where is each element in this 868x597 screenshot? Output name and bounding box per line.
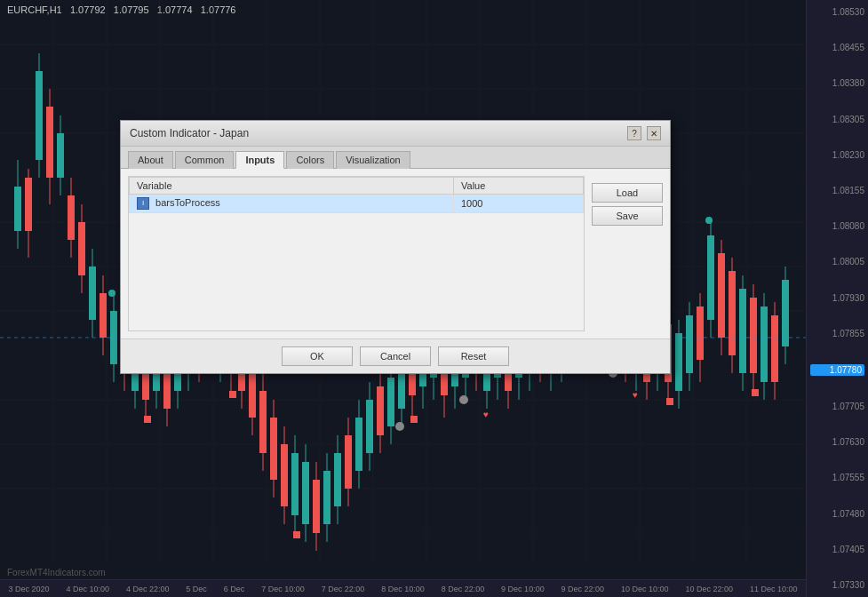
svg-rect-88 [313,480,320,533]
price-level-11: 1.07705 [810,402,864,411]
time-label-13: 10 Dec 22:00 [686,585,734,593]
dialog-help-button[interactable]: ? [627,126,641,140]
tab-about[interactable]: About [128,151,173,169]
inputs-table: Variable Value I barsToProcess 1000 [129,177,584,213]
ok-button[interactable]: OK [282,346,353,366]
tab-visualization[interactable]: Visualization [336,151,410,169]
svg-rect-35 [57,133,64,178]
svg-rect-81 [281,444,288,506]
svg-rect-187 [771,315,778,382]
svg-text:♥: ♥ [633,390,638,400]
svg-rect-41 [89,267,96,320]
svg-rect-180 [739,289,746,373]
time-label-3: 4 Dec 22:00 [126,585,170,593]
time-axis: 3 Dec 2020 4 Dec 10:00 4 Dec 22:00 5 Dec… [0,579,806,597]
table-row[interactable]: I barsToProcess 1000 [130,195,584,213]
svg-rect-71 [229,391,236,398]
svg-rect-171 [697,306,704,360]
time-label-12: 10 Dec 10:00 [621,585,669,593]
time-label-2: 4 Dec 10:00 [66,585,109,593]
svg-rect-83 [291,453,299,515]
svg-text:♥: ♥ [483,410,489,419]
reset-button[interactable]: Reset [438,346,509,366]
svg-rect-86 [302,462,309,524]
dialog-close-button[interactable]: ✕ [647,126,661,140]
price-level-1: 1.08530 [810,7,864,17]
svg-rect-183 [752,389,759,396]
time-label-7: 7 Dec 22:00 [322,585,365,593]
dialog-footer: OK Cancel Reset [121,338,670,373]
price-level-13: 1.07555 [810,473,864,482]
svg-rect-92 [334,453,341,506]
table-container: Variable Value I barsToProcess 1000 [128,176,585,331]
save-button[interactable]: Save [592,206,663,226]
time-label-14: 11 Dec 10:00 [750,585,798,593]
svg-rect-165 [666,398,673,405]
svg-rect-39 [78,222,85,275]
svg-rect-90 [323,471,330,524]
svg-rect-98 [366,400,373,453]
svg-point-106 [395,422,404,431]
svg-rect-94 [345,435,352,489]
price-level-6: 1.08155 [810,186,864,195]
load-button[interactable]: Load [592,183,663,203]
svg-rect-185 [760,306,768,382]
price-level-10: 1.07855 [810,329,864,338]
inputs-table-wrapper[interactable]: Variable Value I barsToProcess 1000 [128,176,585,331]
price-level-7: 1.08080 [810,221,864,231]
svg-rect-96 [355,418,362,471]
inputs-section: Variable Value I barsToProcess 1000 [128,176,663,331]
svg-point-174 [705,217,713,224]
svg-rect-189 [782,280,789,346]
price-level-15: 1.07405 [810,545,864,554]
svg-rect-169 [686,315,693,373]
watermark: ForexMT4Indicators.com [7,568,106,577]
svg-rect-84 [293,531,300,538]
tab-common[interactable]: Common [175,151,235,169]
svg-rect-29 [25,178,32,231]
svg-rect-102 [387,378,394,426]
tab-inputs[interactable]: Inputs [235,151,284,169]
svg-rect-53 [144,416,151,423]
dialog-content: Variable Value I barsToProcess 1000 [121,169,670,338]
svg-rect-77 [259,391,267,453]
price-level-12: 1.07630 [810,437,864,447]
price-level-2: 1.08455 [810,43,864,52]
tab-colors[interactable]: Colors [286,151,334,169]
time-label-5: 6 Dec [224,585,245,593]
svg-rect-100 [377,386,384,435]
svg-rect-173 [707,235,714,320]
svg-rect-176 [718,253,725,338]
row-variable-name: barsToProcess [155,197,220,208]
row-icon: I [137,197,149,210]
side-buttons: Load Save [585,176,663,331]
time-label-4: 5 Dec [186,585,207,593]
svg-point-46 [108,290,115,297]
svg-rect-109 [410,416,418,423]
price-level-9: 1.07930 [810,293,864,303]
price-level-14: 1.07480 [810,509,864,519]
dialog-tabs: About Common Inputs Colors Visualization [121,147,670,169]
svg-point-121 [459,395,468,404]
time-label-6: 7 Dec 10:00 [261,585,305,593]
time-label-9: 8 Dec 22:00 [442,585,485,593]
price-level-5: 1.08230 [810,150,864,160]
cancel-button[interactable]: Cancel [360,346,431,366]
row-value-cell[interactable]: 1000 [454,195,584,213]
svg-rect-31 [36,71,43,160]
price-axis: 1.08530 1.08455 1.08380 1.08305 1.08230 … [806,0,868,597]
col-header-value: Value [454,178,584,195]
col-header-variable: Variable [130,178,454,195]
dialog-title: Custom Indicator - Japan [130,127,249,139]
price-level-8: 1.08005 [810,257,864,267]
row-variable-cell: I barsToProcess [130,195,454,213]
svg-rect-79 [270,418,277,480]
svg-rect-37 [68,195,75,240]
time-label-1: 3 Dec 2020 [8,585,49,593]
svg-rect-27 [14,187,21,231]
price-level-4: 1.08305 [810,115,864,124]
svg-rect-178 [729,271,736,355]
price-level-current: 1.07780 [810,364,864,376]
dialog-titlebar: Custom Indicator - Japan ? ✕ [121,121,670,147]
svg-rect-167 [675,333,682,391]
